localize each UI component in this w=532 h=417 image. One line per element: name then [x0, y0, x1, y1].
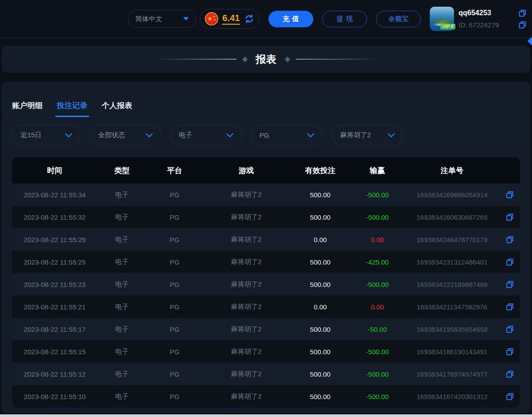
filter-value: 近15日 — [21, 131, 42, 139]
cell-platform: PG — [147, 303, 203, 311]
recharge-button[interactable]: 充值 — [268, 11, 313, 27]
table-row: 2023-08-22 11:55:21电子PG麻将胡了20.000.001693… — [12, 295, 520, 318]
column-header-platform: 平台 — [147, 165, 203, 176]
table-row: 2023-08-22 11:55:10电子PG麻将胡了2500.00-500.0… — [12, 385, 520, 408]
top-header: 简体中文 ★★★ 6.41 充值 提现 余额宝 VIP 4 qq654253 — [0, 0, 532, 38]
copy-order-id-button[interactable] — [500, 325, 520, 334]
chevron-down-icon — [183, 17, 189, 21]
withdraw-button[interactable]: 提现 — [322, 11, 367, 27]
cell-game: 麻将胡了2 — [203, 303, 290, 311]
copy-icon — [506, 348, 514, 356]
table-row: 2023-08-22 11:55:29电子PG麻将胡了20.000.001693… — [12, 228, 520, 251]
chevron-down-icon — [146, 133, 153, 138]
copy-order-id-button[interactable] — [500, 213, 520, 222]
table-row: 2023-08-22 11:55:25电子PG麻将胡了2500.00-425.0… — [12, 251, 520, 273]
copy-icon — [506, 191, 514, 199]
tab-personal-report[interactable]: 个人报表 — [102, 100, 132, 117]
copy-order-id-button[interactable] — [500, 348, 520, 356]
cell-order-id: 1693834231312486401 — [404, 258, 500, 266]
cell-type: 电子 — [97, 392, 147, 401]
copy-icon — [506, 235, 514, 244]
tab-account-details[interactable]: 账户明细 — [12, 100, 43, 117]
filter-game[interactable]: 麻将胡了2 — [332, 125, 403, 146]
cell-game: 麻将胡了2 — [203, 280, 290, 289]
yuebao-button[interactable]: 余额宝 — [376, 11, 421, 27]
chevron-down-icon — [307, 133, 314, 138]
copy-order-id-button[interactable] — [500, 258, 520, 266]
cell-win-loss: 0.00 — [350, 303, 404, 311]
cell-valid-bet: 500.00 — [290, 281, 350, 288]
cell-type: 电子 — [97, 325, 147, 334]
filter-date-range[interactable]: 近15日 — [12, 125, 81, 146]
copy-order-id-button[interactable] — [500, 191, 520, 199]
copy-order-id-button[interactable] — [500, 235, 520, 244]
cell-game: 麻将胡了2 — [203, 213, 290, 222]
cell-order-id: 1693834222189887488 — [404, 281, 500, 288]
vip-badge: VIP 4 — [440, 24, 455, 30]
tabs-bar: 账户明细 投注记录 个人报表 — [2, 82, 530, 117]
cell-win-loss: -500.00 — [350, 281, 404, 288]
avatar[interactable]: VIP 4 — [430, 7, 454, 31]
copy-username-icon[interactable] — [518, 9, 527, 17]
chevron-down-icon — [388, 133, 395, 138]
copy-order-id-button[interactable] — [500, 370, 520, 378]
cell-game: 麻将胡了2 — [203, 191, 290, 199]
title-deco-line-right — [296, 59, 379, 60]
cell-type: 电子 — [97, 258, 147, 266]
cell-valid-bet: 500.00 — [290, 370, 350, 378]
copy-icon — [506, 392, 514, 401]
horizontal-scrollbar[interactable] — [0, 414, 532, 417]
title-deco-line-left — [154, 59, 237, 60]
cell-time: 2023-08-22 11:55:10 — [12, 393, 97, 400]
copy-order-id-button[interactable] — [500, 392, 520, 401]
exchange-rate-value[interactable]: 6.41 — [222, 13, 240, 25]
cell-time: 2023-08-22 11:55:34 — [12, 191, 97, 199]
refresh-icon[interactable] — [244, 13, 255, 24]
page-title: 报表 — [256, 52, 277, 66]
cell-game: 麻将胡了2 — [203, 392, 290, 401]
filter-category[interactable]: 电子 — [170, 125, 242, 146]
copy-order-id-button[interactable] — [500, 280, 520, 289]
cell-type: 电子 — [97, 213, 147, 222]
cell-order-id: 1693834186190143491 — [404, 348, 500, 356]
cell-type: 电子 — [97, 235, 147, 244]
cell-win-loss: -500.00 — [350, 393, 404, 400]
cell-win-loss: 0.00 — [350, 236, 404, 243]
title-deco-diamond-right — [285, 56, 290, 62]
cell-game: 麻将胡了2 — [203, 325, 290, 334]
cell-valid-bet: 500.00 — [290, 191, 350, 199]
cell-time: 2023-08-22 11:55:23 — [12, 281, 97, 288]
cell-valid-bet: 500.00 — [290, 213, 350, 221]
filter-value: 麻将胡了2 — [340, 131, 371, 139]
user-id: ID: 67224279 — [458, 21, 499, 29]
cell-valid-bet: 500.00 — [290, 348, 350, 356]
language-label: 简体中文 — [135, 15, 162, 23]
column-header-win-loss: 输赢 — [350, 165, 404, 176]
cell-valid-bet: 0.00 — [290, 303, 350, 311]
filter-status[interactable]: 全部状态 — [90, 125, 161, 146]
cell-game: 麻将胡了2 — [203, 348, 290, 356]
cell-win-loss: -500.00 — [350, 348, 404, 356]
exchange-rate-widget: ★★★ 6.41 — [200, 9, 260, 29]
filter-value: PG — [260, 131, 269, 139]
cell-platform: PG — [147, 393, 203, 400]
username: qq654253 — [458, 9, 491, 17]
copy-user-id-icon[interactable] — [518, 21, 527, 29]
table-body: 2023-08-22 11:55:34电子PG麻将胡了2500.00-500.0… — [12, 183, 520, 408]
cell-valid-bet: 500.00 — [290, 258, 350, 266]
cell-valid-bet: 500.00 — [290, 326, 350, 333]
tab-bet-records[interactable]: 投注记录 — [57, 100, 87, 117]
main-panel: 账户明细 投注记录 个人报表 近15日全部状态电子PG麻将胡了2 时间 类型 平… — [2, 82, 530, 413]
column-header-game: 游戏 — [203, 165, 290, 176]
table-row: 2023-08-22 11:55:17电子PG麻将胡了2500.00-50.00… — [12, 318, 520, 340]
copy-icon — [506, 370, 514, 378]
cell-time: 2023-08-22 11:55:17 — [12, 326, 97, 333]
language-selector[interactable]: 简体中文 — [128, 10, 196, 28]
cell-type: 电子 — [97, 303, 147, 311]
bet-records-table: 时间 类型 平台 游戏 有效投注 输赢 注单号 2023-08-22 11:55… — [12, 157, 520, 408]
cell-win-loss: -500.00 — [350, 191, 404, 199]
filter-platform[interactable]: PG — [251, 125, 323, 146]
cell-platform: PG — [147, 370, 203, 378]
copy-order-id-button[interactable] — [500, 303, 520, 311]
cell-win-loss: -500.00 — [350, 213, 404, 221]
